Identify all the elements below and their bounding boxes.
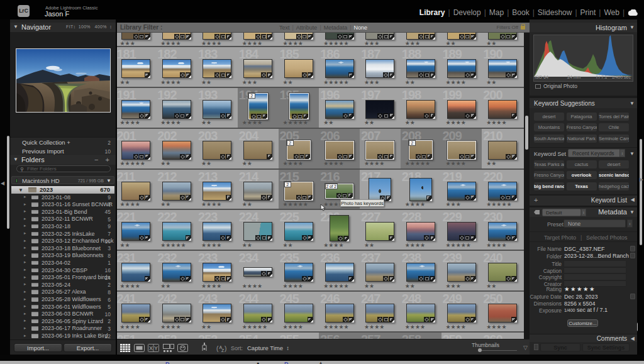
svg-text:): ) xyxy=(225,345,226,352)
svg-text:(: ( xyxy=(216,345,219,352)
svg-text:X: X xyxy=(149,345,153,351)
svg-text:Y: Y xyxy=(154,345,158,351)
